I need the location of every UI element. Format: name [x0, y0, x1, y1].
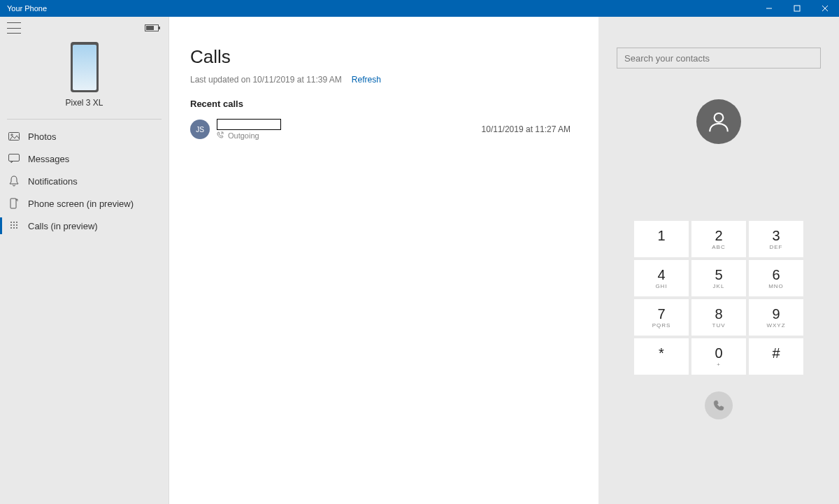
sidebar-item-label: Calls (in preview) — [28, 221, 98, 231]
svg-point-13 — [16, 224, 17, 226]
last-updated-text: Last updated on 10/11/2019 at 11:39 AM — [190, 75, 342, 85]
sidebar-item-label: Phone screen (in preview) — [28, 199, 134, 209]
dial-key-#[interactable]: # — [749, 338, 803, 375]
sidebar-item-phone-screen[interactable]: Phone screen (in preview) — [0, 192, 168, 215]
sidebar-item-label: Photos — [28, 131, 56, 142]
dial-key-letters: DEF — [770, 244, 783, 250]
call-row[interactable]: JS Outgoing 10/11/2019 at 11:27 AM — [190, 116, 578, 143]
contact-avatar: JS — [190, 120, 210, 139]
title-bar: Your Phone — [0, 0, 839, 17]
dial-key-number: 2 — [715, 229, 722, 243]
dial-key-letters: WXYZ — [766, 322, 785, 329]
app-title: Your Phone — [7, 4, 47, 13]
dial-key-number: * — [659, 346, 664, 360]
dial-key-letters: MNO — [768, 283, 784, 289]
refresh-link[interactable]: Refresh — [352, 75, 381, 85]
dial-key-number: 9 — [772, 307, 780, 321]
sidebar: Pixel 3 XL Photos Messages Notification — [0, 17, 169, 504]
dial-key-number: # — [772, 346, 780, 360]
device-thumbnail[interactable]: Pixel 3 XL — [0, 34, 168, 113]
dial-key-letters: TUV — [712, 322, 726, 329]
page-title: Calls — [190, 46, 578, 68]
dial-key-number: 1 — [657, 229, 665, 243]
dial-key-letters: JKL — [713, 283, 725, 289]
dial-key-6[interactable]: 6MNO — [749, 260, 803, 296]
battery-icon — [145, 24, 159, 31]
svg-point-8 — [10, 222, 12, 223]
svg-point-5 — [11, 134, 13, 136]
dial-key-number: 6 — [772, 268, 780, 282]
bell-icon — [8, 175, 20, 187]
dial-key-letters: + — [717, 361, 721, 368]
sidebar-item-notifications[interactable]: Notifications — [0, 170, 168, 192]
svg-point-15 — [13, 227, 15, 229]
dial-key-letters: PQRS — [652, 322, 671, 329]
dial-key-number: 5 — [715, 268, 722, 282]
svg-point-11 — [10, 224, 12, 226]
dial-key-3[interactable]: 3DEF — [749, 221, 803, 257]
dial-key-8[interactable]: 8TUV — [691, 299, 746, 336]
sidebar-item-label: Messages — [28, 154, 69, 164]
contact-name-redacted — [217, 119, 281, 130]
contact-placeholder-avatar — [696, 99, 741, 144]
sidebar-item-label: Notifications — [28, 176, 78, 187]
dial-key-7[interactable]: 7PQRS — [634, 299, 689, 336]
dial-key-letters: GHI — [655, 283, 667, 289]
dial-key-number: 8 — [715, 307, 722, 321]
svg-point-14 — [10, 227, 12, 229]
device-name: Pixel 3 XL — [65, 98, 103, 108]
svg-point-10 — [16, 222, 17, 223]
messages-icon — [8, 153, 20, 164]
outgoing-call-icon — [217, 131, 224, 140]
dial-key-9[interactable]: 9WXYZ — [749, 299, 803, 336]
svg-point-12 — [13, 224, 15, 226]
dial-key-number: 4 — [657, 268, 665, 282]
svg-point-9 — [13, 222, 15, 223]
phone-screen-icon — [8, 198, 20, 209]
sidebar-item-messages[interactable]: Messages — [0, 147, 168, 170]
dial-pad: 12ABC3DEF4GHI5JKL6MNO7PQRS8TUV9WXYZ*0+# — [634, 221, 803, 375]
dial-key-5[interactable]: 5JKL — [691, 260, 746, 296]
dial-key-*[interactable]: * — [634, 338, 689, 375]
search-contacts-input[interactable] — [617, 48, 821, 69]
dial-key-number: 3 — [772, 229, 780, 243]
dialer-panel: 12ABC3DEF4GHI5JKL6MNO7PQRS8TUV9WXYZ*0+# — [598, 17, 839, 504]
sidebar-item-photos[interactable]: Photos — [0, 125, 168, 147]
dial-key-number: 7 — [657, 307, 665, 321]
divider — [7, 119, 162, 120]
dial-key-number: 0 — [715, 346, 722, 360]
main-panel: Calls Last updated on 10/11/2019 at 11:3… — [169, 17, 598, 504]
call-direction-label: Outgoing — [228, 131, 259, 140]
svg-rect-1 — [794, 6, 800, 11]
maximize-button[interactable] — [783, 0, 811, 17]
call-button[interactable] — [705, 391, 733, 419]
svg-point-17 — [715, 113, 724, 122]
dial-key-2[interactable]: 2ABC — [691, 221, 746, 257]
dial-key-1[interactable]: 1 — [634, 221, 689, 257]
sidebar-item-calls[interactable]: Calls (in preview) — [0, 215, 168, 237]
nav: Photos Messages Notifications Phone scre… — [0, 122, 168, 237]
svg-rect-6 — [9, 154, 20, 161]
svg-point-16 — [16, 227, 17, 229]
minimize-button[interactable] — [755, 0, 783, 17]
call-timestamp: 10/11/2019 at 11:27 AM — [482, 124, 578, 134]
photos-icon — [8, 131, 20, 142]
dial-key-4[interactable]: 4GHI — [634, 260, 689, 296]
recent-calls-header: Recent calls — [190, 99, 578, 109]
dial-key-letters: ABC — [712, 244, 725, 250]
hamburger-menu-icon[interactable] — [7, 22, 21, 34]
svg-rect-7 — [10, 199, 16, 208]
close-button[interactable] — [811, 0, 839, 17]
dialpad-icon — [8, 220, 20, 231]
dial-key-0[interactable]: 0+ — [691, 338, 746, 375]
